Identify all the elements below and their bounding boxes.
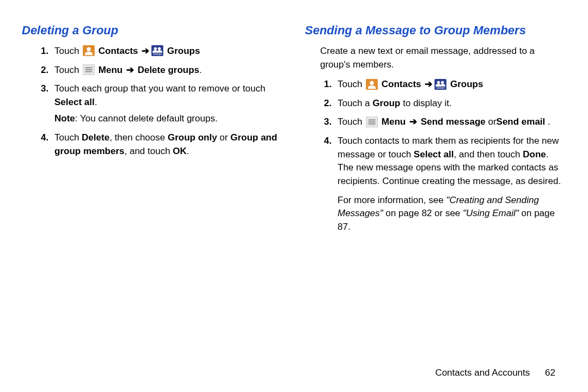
right-column: Sending a Message to Group Members Creat…	[305, 22, 566, 240]
right-step-2: Touch a Group to display it.	[334, 97, 566, 111]
left-steps: Touch Contacts ➔ Groups Touch Menu ➔ Del…	[22, 45, 283, 158]
right-step-3: Touch Menu ➔ Send message orSend email .	[334, 115, 566, 129]
menu-icon	[83, 64, 95, 75]
contacts-icon	[366, 79, 378, 90]
page-footer: Contacts and Accounts 62	[435, 366, 555, 380]
right-followup-1: The new message opens with the marked co…	[338, 161, 566, 188]
footer-section: Contacts and Accounts	[435, 367, 530, 378]
footer-page-number: 62	[532, 366, 555, 380]
menu-icon	[366, 117, 378, 127]
left-step-3: Touch each group that you want to remove…	[51, 82, 283, 126]
left-step-3-note: Note: You cannot delete default groups.	[54, 112, 283, 126]
contacts-icon	[83, 45, 95, 56]
groups-icon	[434, 79, 446, 90]
right-intro: Create a new text or email message, addr…	[320, 45, 566, 71]
groups-icon	[151, 45, 163, 56]
right-steps: Touch Contacts ➔ Groups Touch a Group to…	[305, 78, 566, 234]
heading-sending-message: Sending a Message to Group Members	[305, 22, 566, 39]
right-step-4: Touch contacts to mark them as recipient…	[334, 134, 566, 234]
left-step-1: Touch Contacts ➔ Groups	[51, 45, 283, 58]
left-step-2: Touch Menu ➔ Delete groups.	[51, 64, 283, 77]
right-step-1: Touch Contacts ➔ Groups	[334, 78, 566, 91]
heading-deleting-group: Deleting a Group	[22, 22, 283, 39]
left-step-4: Touch Delete, then choose Group only or …	[51, 131, 283, 158]
right-followup-2: For more information, see "Creating and …	[338, 194, 566, 234]
left-column: Deleting a Group Touch Contacts ➔ Groups…	[22, 22, 283, 240]
